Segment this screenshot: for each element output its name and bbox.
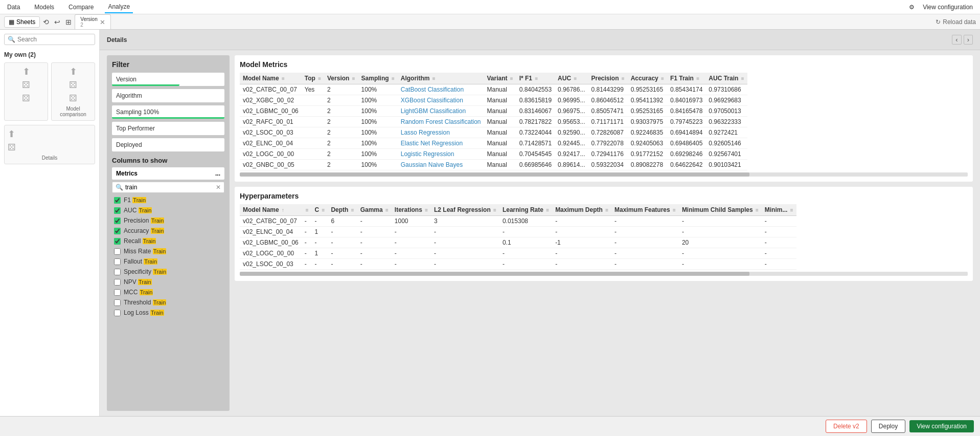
hp-col-maxfeat[interactable]: Maximum Features ≡	[611, 204, 679, 216]
metric-logloss-train-checkbox[interactable]	[114, 310, 121, 316]
hp-col-c[interactable]: C ≡	[312, 204, 328, 216]
close-tab-icon[interactable]: ✕	[100, 18, 105, 26]
metric-missrate-train[interactable]: Miss Rate Train	[112, 246, 224, 256]
col-precision[interactable]: Precision ≡	[588, 73, 627, 84]
hp-cell-name: v02_CATBC_00_07	[240, 216, 302, 227]
panel-prev-btn[interactable]: ‹	[952, 35, 961, 45]
hp-cell-lr: -	[499, 259, 552, 270]
metric-npv-train-checkbox[interactable]	[114, 279, 121, 286]
metric-mcc-train[interactable]: MCC Train	[112, 287, 224, 297]
filter-version[interactable]: Version	[112, 73, 224, 86]
col-variant[interactable]: Variant ≡	[484, 73, 516, 84]
metric-f1-train[interactable]: F1 Train	[112, 195, 224, 205]
metrics-clear-icon[interactable]: ✕	[216, 184, 221, 191]
metrics-search: 🔍 ✕	[112, 182, 224, 193]
col-auc-train[interactable]: AUC Train ≡	[705, 73, 747, 84]
metric-fallout-train-checkbox[interactable]	[114, 258, 121, 265]
cell-version: 2	[324, 160, 358, 170]
refresh-icon[interactable]: ⟲	[41, 17, 51, 27]
metric-threshold-train-checkbox[interactable]	[114, 299, 121, 306]
col-auc[interactable]: AUC ≡	[555, 73, 588, 84]
search-box[interactable]: 🔍	[4, 34, 95, 45]
metric-specificity-train-checkbox[interactable]	[114, 269, 121, 275]
hp-cell-t: -	[302, 227, 312, 237]
metric-mcc-train-checkbox[interactable]	[114, 289, 121, 296]
metric-npv-train[interactable]: NPV Train	[112, 277, 224, 287]
filter-sampling-bar	[112, 117, 224, 119]
metric-recall-train[interactable]: Recall Train	[112, 236, 224, 246]
col-i-f1[interactable]: I* F1 ≡	[516, 73, 555, 84]
nav-models[interactable]: Models	[31, 2, 57, 13]
col-accuracy[interactable]: Accuracy ≡	[628, 73, 667, 84]
view-config-btn[interactable]: ⚙ View configuration	[906, 2, 976, 13]
hp-cell-depth: -	[328, 259, 357, 270]
hp-col-model-name[interactable]: Model Name ↑	[240, 204, 302, 216]
hp-scrollbar[interactable]	[240, 272, 968, 276]
model-metrics-table-wrapper[interactable]: Model Name ≡ Top ≡ Version ≡ Sampling ≡ …	[240, 73, 968, 170]
metric-threshold-train[interactable]: Threshold Train	[112, 297, 224, 308]
col-sampling[interactable]: Sampling ≡	[358, 73, 398, 84]
col-algorithm[interactable]: Algorithm ≡	[398, 73, 484, 84]
hp-col-depth[interactable]: Depth ≡	[328, 204, 357, 216]
details-label: Details	[8, 155, 92, 161]
view-config-button[interactable]: View configuration	[909, 420, 974, 432]
search-input[interactable]	[17, 36, 92, 43]
metric-recall-train-checkbox[interactable]	[114, 238, 121, 245]
metric-missrate-train-checkbox[interactable]	[114, 248, 121, 255]
filter-algorithm[interactable]: Algorithm	[112, 89, 224, 102]
metric-f1-train-checkbox[interactable]	[114, 197, 121, 204]
col-f1-train[interactable]: F1 Train ≡	[667, 73, 705, 84]
reload-btn[interactable]: ↻ Reload data	[936, 18, 976, 26]
sheets-icon: ▦	[9, 18, 14, 26]
metric-accuracy-train-checkbox[interactable]	[114, 228, 121, 234]
sidebar-item-comparison[interactable]: ⬆ ⚄ ⚄ Model comparison	[51, 62, 95, 121]
puzzle-icon5: ⚄	[8, 142, 92, 153]
nav-analyze[interactable]: Analyze	[105, 1, 133, 13]
filter-top-performer[interactable]: Top Performer	[112, 122, 224, 135]
undo-icon[interactable]: ↩	[52, 17, 62, 27]
metric-logloss-train[interactable]: Log Loss Train	[112, 308, 224, 318]
cell-version: 2	[324, 117, 358, 127]
hp-cell-c: -	[312, 259, 328, 270]
hp-col-minim[interactable]: Minim... ≡	[762, 204, 796, 216]
panel-next-btn[interactable]: ›	[964, 35, 973, 45]
delete-button[interactable]: Delete v2	[826, 420, 867, 433]
panel-nav: ‹ ›	[952, 35, 973, 45]
metric-auc-train[interactable]: AUC Train	[112, 205, 224, 215]
filter-section: Filter Version Algorithm Sampling 100% T…	[107, 55, 230, 411]
filter-deployed[interactable]: Deployed	[112, 138, 224, 151]
hp-col-l2[interactable]: L2 Leaf Regression ≡	[431, 204, 499, 216]
metrics-search-input[interactable]	[125, 184, 214, 191]
hp-col-t[interactable]: ≡	[302, 204, 312, 216]
deploy-button[interactable]: Deploy	[871, 420, 905, 433]
metrics-scrollbar[interactable]	[240, 172, 968, 177]
col-top[interactable]: Top ≡	[302, 73, 324, 84]
settings-icon[interactable]: ⊞	[63, 17, 74, 27]
col-version[interactable]: Version ≡	[324, 73, 358, 84]
hp-col-minchild[interactable]: Minimum Child Samples ≡	[679, 204, 762, 216]
nav-data[interactable]: Data	[4, 2, 23, 13]
cell-top	[302, 127, 324, 138]
hp-col-lr[interactable]: Learning Rate ≡	[499, 204, 552, 216]
filter-sampling[interactable]: Sampling 100%	[112, 105, 224, 119]
cell-variant: Manual	[484, 127, 516, 138]
metrics-dots-btn[interactable]: ...	[215, 170, 220, 177]
nav-compare[interactable]: Compare	[65, 2, 97, 13]
metric-precision-train-checkbox[interactable]	[114, 217, 121, 224]
tab-version[interactable]: Version 2 ✕	[75, 14, 110, 29]
col-model-name[interactable]: Model Name ≡	[240, 73, 302, 84]
hp-col-gamma[interactable]: Gamma ≡	[357, 204, 392, 216]
metric-accuracy-train[interactable]: Accuracy Train	[112, 226, 224, 236]
metric-specificity-train[interactable]: Specificity Train	[112, 267, 224, 277]
hp-col-iterations[interactable]: Iterations ≡	[392, 204, 431, 216]
metric-precision-train[interactable]: Precision Train	[112, 215, 224, 226]
hyperparameters-table-wrapper[interactable]: Model Name ↑ ≡ C ≡ Depth ≡ Gamma ≡ Itera…	[240, 204, 968, 270]
sidebar-item-placeholder1[interactable]: ⬆ ⚄ ⚄	[4, 62, 48, 121]
cell-accuracy: 0.95253165	[628, 106, 667, 117]
hp-col-maxdepth[interactable]: Maximum Depth ≡	[552, 204, 611, 216]
sidebar-item-details[interactable]: ⬆ ⚄ Details	[4, 125, 95, 164]
sheets-button[interactable]: ▦ Sheets	[4, 16, 40, 28]
metric-fallout-train[interactable]: Fallout Train	[112, 256, 224, 267]
hp-cell-minim: -	[762, 227, 796, 237]
metric-auc-train-checkbox[interactable]	[114, 207, 121, 214]
